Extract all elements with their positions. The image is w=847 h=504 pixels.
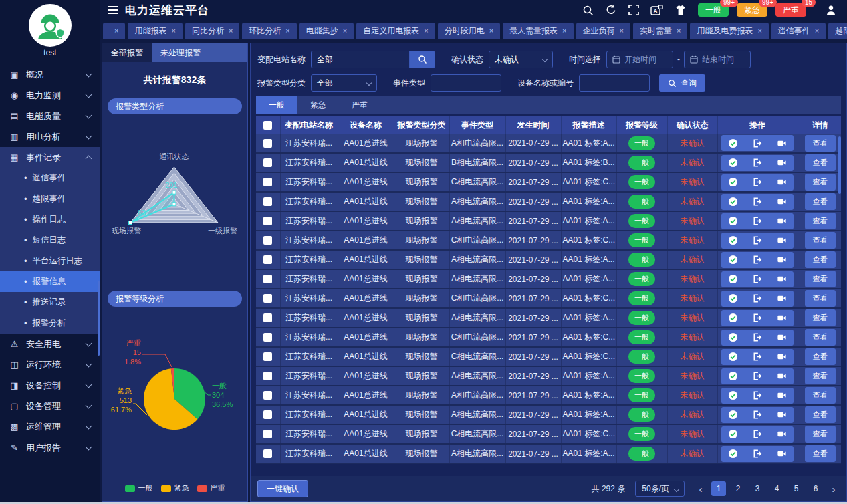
severity-tab-0[interactable]: 一般	[256, 96, 297, 114]
view-button[interactable]: 查看	[805, 426, 836, 443]
export-icon[interactable]	[745, 194, 769, 210]
view-button[interactable]: 查看	[805, 271, 836, 287]
tab-7[interactable]: 最大需量报表×	[503, 23, 573, 39]
station-input[interactable]	[311, 51, 410, 68]
video-icon[interactable]	[769, 368, 794, 384]
video-icon[interactable]	[769, 310, 794, 326]
row-checkbox[interactable]	[263, 372, 272, 380]
table-scrollbar[interactable]	[838, 136, 841, 194]
sidebar-subitem-5[interactable]: •报警信息	[0, 271, 100, 292]
refresh-icon[interactable]	[605, 5, 617, 15]
row-checkbox[interactable]	[263, 255, 272, 264]
alarm-level-button-1[interactable]: 紧急99+	[737, 3, 767, 17]
view-button[interactable]: 查看	[805, 406, 836, 423]
confirm-status-select[interactable]: 未确认	[489, 51, 553, 68]
page-number-3[interactable]: 3	[750, 481, 765, 496]
alarm-panel-tab-1[interactable]: 未处理报警	[152, 43, 209, 62]
sidebar-item-2[interactable]: ▤电能质量	[0, 106, 100, 126]
view-button[interactable]: 查看	[805, 445, 836, 462]
confirm-icon[interactable]	[721, 233, 745, 249]
tab-8[interactable]: 企业负荷×	[576, 23, 630, 39]
confirm-icon[interactable]	[721, 388, 745, 404]
station-search-button[interactable]	[410, 51, 435, 68]
sidebar-subitem-4[interactable]: •平台运行日志	[0, 251, 100, 271]
sidebar-item-6[interactable]: ◫运行环境	[0, 354, 100, 375]
sidebar-item-5[interactable]: ⚠安全用电	[0, 334, 100, 354]
search-icon[interactable]	[582, 5, 594, 16]
confirm-icon[interactable]	[721, 135, 745, 151]
alarm-level-button-2[interactable]: 严重15	[775, 3, 806, 17]
row-checkbox[interactable]	[263, 391, 272, 400]
alarm-panel-tab-0[interactable]: 全部报警	[102, 43, 152, 62]
tab-close-icon[interactable]: ×	[424, 27, 428, 35]
sidebar-subitem-7[interactable]: •报警分析	[0, 313, 100, 334]
tab-close-icon[interactable]: ×	[114, 27, 118, 35]
row-checkbox[interactable]	[263, 333, 272, 342]
export-icon[interactable]	[745, 349, 769, 365]
video-icon[interactable]	[769, 291, 794, 307]
confirm-icon[interactable]	[721, 174, 745, 191]
sidebar-item-0[interactable]: ▣概况	[0, 64, 100, 85]
sidebar-item-7[interactable]: ◨设备控制	[0, 375, 100, 396]
confirm-icon[interactable]	[721, 291, 745, 307]
legend-item-2[interactable]: 严重	[197, 483, 225, 493]
export-icon[interactable]	[745, 155, 769, 171]
video-icon[interactable]	[769, 194, 794, 210]
tab-close-icon[interactable]: ×	[815, 27, 819, 35]
confirm-icon[interactable]	[721, 407, 745, 423]
confirm-icon[interactable]	[721, 252, 745, 268]
video-icon[interactable]	[769, 135, 794, 151]
tab-close-icon[interactable]: ×	[285, 27, 289, 35]
tab-close-icon[interactable]: ×	[757, 27, 761, 35]
sidebar-subitem-0[interactable]: •遥信事件	[0, 168, 100, 188]
confirm-icon[interactable]	[721, 194, 745, 210]
export-icon[interactable]	[745, 368, 769, 384]
confirm-all-button[interactable]: 一键确认	[257, 480, 308, 497]
legend-item-1[interactable]: 紧急	[161, 483, 189, 493]
theme-icon[interactable]	[675, 5, 687, 15]
video-icon[interactable]	[769, 174, 794, 191]
tab-5[interactable]: 自定义用电报表×	[356, 23, 435, 39]
row-checkbox[interactable]	[263, 313, 272, 322]
alarm-type-select[interactable]: 全部	[311, 74, 377, 92]
video-icon[interactable]	[769, 426, 794, 443]
video-icon[interactable]	[769, 252, 794, 268]
video-icon[interactable]	[769, 407, 794, 423]
legend-item-0[interactable]: 一般	[125, 483, 153, 493]
export-icon[interactable]	[745, 271, 769, 287]
confirm-icon[interactable]	[721, 330, 745, 346]
view-button[interactable]: 查看	[805, 193, 836, 210]
severity-tab-2[interactable]: 严重	[339, 96, 380, 114]
view-button[interactable]: 查看	[805, 135, 836, 152]
view-button[interactable]: 查看	[805, 290, 836, 307]
row-checkbox[interactable]	[263, 430, 272, 438]
page-number-5[interactable]: 5	[789, 481, 804, 496]
view-button[interactable]: 查看	[805, 232, 836, 249]
video-icon[interactable]	[769, 213, 794, 229]
severity-tab-1[interactable]: 紧急	[297, 96, 339, 114]
video-icon[interactable]	[769, 233, 794, 249]
confirm-icon[interactable]	[721, 368, 745, 384]
export-icon[interactable]	[745, 407, 769, 423]
next-page-button[interactable]: ›	[828, 483, 840, 495]
row-checkbox[interactable]	[263, 449, 272, 458]
tab-6[interactable]: 分时段用电×	[438, 23, 500, 39]
export-icon[interactable]	[745, 446, 769, 462]
tab-close-icon[interactable]: ×	[562, 27, 566, 35]
page-number-1[interactable]: 1	[711, 481, 726, 496]
fullscreen-icon[interactable]	[628, 5, 639, 15]
video-icon[interactable]	[769, 388, 794, 404]
view-button[interactable]: 查看	[805, 329, 836, 346]
view-button[interactable]: 查看	[805, 309, 836, 326]
view-button[interactable]: 查看	[805, 368, 836, 384]
confirm-icon[interactable]	[721, 310, 745, 326]
tab-2[interactable]: 同比分析×	[185, 23, 239, 39]
export-icon[interactable]	[745, 252, 769, 268]
row-checkbox[interactable]	[263, 410, 272, 419]
video-icon[interactable]	[769, 349, 794, 365]
video-icon[interactable]	[769, 330, 794, 346]
export-icon[interactable]	[745, 135, 769, 151]
tab-close-icon[interactable]: ×	[620, 27, 624, 35]
page-size-select[interactable]: 50条/页	[635, 481, 685, 497]
view-button[interactable]: 查看	[805, 174, 836, 191]
